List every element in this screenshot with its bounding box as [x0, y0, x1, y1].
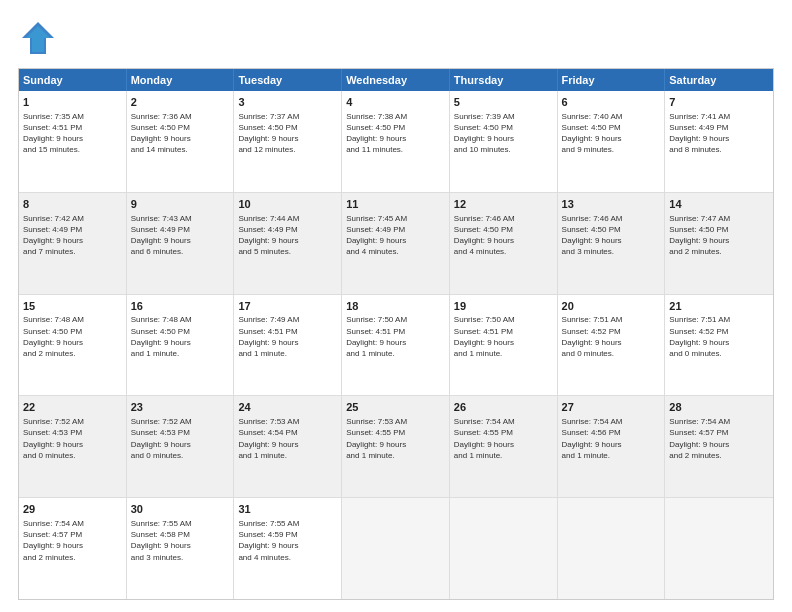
- cell-info-line: Sunrise: 7:52 AM: [23, 416, 122, 427]
- cell-info-line: Sunrise: 7:39 AM: [454, 111, 553, 122]
- calendar-cell: 26Sunrise: 7:54 AMSunset: 4:55 PMDayligh…: [450, 396, 558, 497]
- calendar-body: 1Sunrise: 7:35 AMSunset: 4:51 PMDaylight…: [19, 91, 773, 599]
- cell-info-line: Daylight: 9 hours: [669, 235, 769, 246]
- cell-info-line: Sunset: 4:53 PM: [131, 427, 230, 438]
- cell-info-line: Daylight: 9 hours: [346, 235, 445, 246]
- calendar-cell: 22Sunrise: 7:52 AMSunset: 4:53 PMDayligh…: [19, 396, 127, 497]
- cell-info-line: Sunrise: 7:48 AM: [131, 314, 230, 325]
- cell-info-line: and 2 minutes.: [669, 450, 769, 461]
- cell-info-line: Daylight: 9 hours: [131, 540, 230, 551]
- cell-info-line: Daylight: 9 hours: [131, 337, 230, 348]
- calendar-cell: 18Sunrise: 7:50 AMSunset: 4:51 PMDayligh…: [342, 295, 450, 396]
- cell-info-line: Sunrise: 7:54 AM: [562, 416, 661, 427]
- cell-info-line: and 12 minutes.: [238, 144, 337, 155]
- day-number: 16: [131, 299, 230, 314]
- cell-info-line: Daylight: 9 hours: [669, 133, 769, 144]
- cell-info-line: Sunset: 4:50 PM: [454, 122, 553, 133]
- calendar-week-3: 22Sunrise: 7:52 AMSunset: 4:53 PMDayligh…: [19, 395, 773, 497]
- cell-info-line: and 1 minute.: [454, 348, 553, 359]
- cell-info-line: Daylight: 9 hours: [669, 439, 769, 450]
- day-number: 7: [669, 95, 769, 110]
- cell-info-line: and 1 minute.: [346, 450, 445, 461]
- calendar-cell: 31Sunrise: 7:55 AMSunset: 4:59 PMDayligh…: [234, 498, 342, 599]
- calendar-cell: [342, 498, 450, 599]
- cell-info-line: Daylight: 9 hours: [346, 439, 445, 450]
- cell-info-line: Daylight: 9 hours: [454, 235, 553, 246]
- cell-info-line: Sunrise: 7:43 AM: [131, 213, 230, 224]
- cell-info-line: Sunset: 4:57 PM: [23, 529, 122, 540]
- cell-info-line: and 11 minutes.: [346, 144, 445, 155]
- day-number: 27: [562, 400, 661, 415]
- cell-info-line: Sunset: 4:50 PM: [454, 224, 553, 235]
- header-monday: Monday: [127, 69, 235, 91]
- cell-info-line: and 1 minute.: [238, 348, 337, 359]
- calendar-cell: 19Sunrise: 7:50 AMSunset: 4:51 PMDayligh…: [450, 295, 558, 396]
- calendar-week-2: 15Sunrise: 7:48 AMSunset: 4:50 PMDayligh…: [19, 294, 773, 396]
- calendar-cell: 10Sunrise: 7:44 AMSunset: 4:49 PMDayligh…: [234, 193, 342, 294]
- cell-info-line: Sunset: 4:50 PM: [669, 224, 769, 235]
- calendar-cell: 23Sunrise: 7:52 AMSunset: 4:53 PMDayligh…: [127, 396, 235, 497]
- cell-info-line: and 8 minutes.: [669, 144, 769, 155]
- cell-info-line: Sunset: 4:51 PM: [346, 326, 445, 337]
- cell-info-line: Daylight: 9 hours: [23, 235, 122, 246]
- cell-info-line: Sunrise: 7:48 AM: [23, 314, 122, 325]
- calendar-cell: 8Sunrise: 7:42 AMSunset: 4:49 PMDaylight…: [19, 193, 127, 294]
- day-number: 15: [23, 299, 122, 314]
- header-tuesday: Tuesday: [234, 69, 342, 91]
- cell-info-line: and 1 minute.: [238, 450, 337, 461]
- cell-info-line: and 4 minutes.: [346, 246, 445, 257]
- cell-info-line: Sunset: 4:52 PM: [669, 326, 769, 337]
- calendar-cell: 24Sunrise: 7:53 AMSunset: 4:54 PMDayligh…: [234, 396, 342, 497]
- cell-info-line: Sunrise: 7:50 AM: [346, 314, 445, 325]
- cell-info-line: Sunrise: 7:41 AM: [669, 111, 769, 122]
- calendar-week-4: 29Sunrise: 7:54 AMSunset: 4:57 PMDayligh…: [19, 497, 773, 599]
- cell-info-line: Sunset: 4:49 PM: [669, 122, 769, 133]
- calendar-cell: 28Sunrise: 7:54 AMSunset: 4:57 PMDayligh…: [665, 396, 773, 497]
- cell-info-line: and 2 minutes.: [23, 348, 122, 359]
- cell-info-line: Daylight: 9 hours: [131, 133, 230, 144]
- cell-info-line: Sunrise: 7:51 AM: [562, 314, 661, 325]
- cell-info-line: Daylight: 9 hours: [454, 337, 553, 348]
- cell-info-line: Sunset: 4:50 PM: [238, 122, 337, 133]
- cell-info-line: and 0 minutes.: [562, 348, 661, 359]
- cell-info-line: and 4 minutes.: [238, 552, 337, 563]
- calendar-cell: 30Sunrise: 7:55 AMSunset: 4:58 PMDayligh…: [127, 498, 235, 599]
- calendar-cell: 4Sunrise: 7:38 AMSunset: 4:50 PMDaylight…: [342, 91, 450, 192]
- cell-info-line: Sunrise: 7:54 AM: [454, 416, 553, 427]
- day-number: 6: [562, 95, 661, 110]
- day-number: 28: [669, 400, 769, 415]
- cell-info-line: Sunrise: 7:42 AM: [23, 213, 122, 224]
- calendar-cell: 17Sunrise: 7:49 AMSunset: 4:51 PMDayligh…: [234, 295, 342, 396]
- header-friday: Friday: [558, 69, 666, 91]
- logo-icon: [18, 18, 58, 58]
- cell-info-line: Sunrise: 7:52 AM: [131, 416, 230, 427]
- calendar-cell: 5Sunrise: 7:39 AMSunset: 4:50 PMDaylight…: [450, 91, 558, 192]
- day-number: 1: [23, 95, 122, 110]
- header: [18, 18, 774, 58]
- cell-info-line: Sunset: 4:52 PM: [562, 326, 661, 337]
- cell-info-line: Sunrise: 7:53 AM: [346, 416, 445, 427]
- cell-info-line: and 1 minute.: [562, 450, 661, 461]
- calendar-cell: 12Sunrise: 7:46 AMSunset: 4:50 PMDayligh…: [450, 193, 558, 294]
- cell-info-line: and 0 minutes.: [23, 450, 122, 461]
- cell-info-line: and 10 minutes.: [454, 144, 553, 155]
- calendar-page: Sunday Monday Tuesday Wednesday Thursday…: [0, 0, 792, 612]
- day-number: 13: [562, 197, 661, 212]
- cell-info-line: and 2 minutes.: [23, 552, 122, 563]
- cell-info-line: Sunset: 4:50 PM: [562, 122, 661, 133]
- cell-info-line: Daylight: 9 hours: [562, 133, 661, 144]
- cell-info-line: Daylight: 9 hours: [346, 337, 445, 348]
- calendar-cell: 14Sunrise: 7:47 AMSunset: 4:50 PMDayligh…: [665, 193, 773, 294]
- cell-info-line: Sunset: 4:54 PM: [238, 427, 337, 438]
- cell-info-line: Daylight: 9 hours: [23, 439, 122, 450]
- cell-info-line: Sunset: 4:51 PM: [23, 122, 122, 133]
- calendar-cell: 16Sunrise: 7:48 AMSunset: 4:50 PMDayligh…: [127, 295, 235, 396]
- cell-info-line: Sunset: 4:51 PM: [454, 326, 553, 337]
- cell-info-line: Sunrise: 7:49 AM: [238, 314, 337, 325]
- cell-info-line: Daylight: 9 hours: [238, 235, 337, 246]
- calendar-cell: 3Sunrise: 7:37 AMSunset: 4:50 PMDaylight…: [234, 91, 342, 192]
- cell-info-line: Daylight: 9 hours: [669, 337, 769, 348]
- day-number: 12: [454, 197, 553, 212]
- cell-info-line: Sunrise: 7:54 AM: [669, 416, 769, 427]
- cell-info-line: Sunrise: 7:47 AM: [669, 213, 769, 224]
